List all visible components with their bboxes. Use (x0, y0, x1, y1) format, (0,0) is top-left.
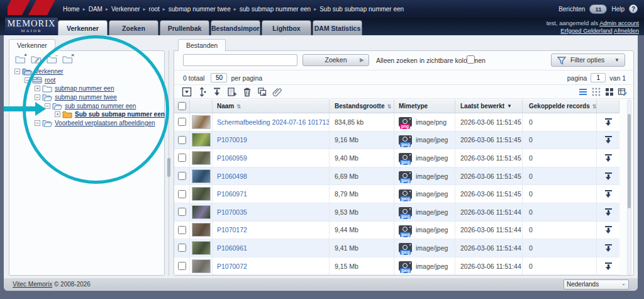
file-thumbnail[interactable] (192, 187, 211, 201)
download-icon[interactable] (605, 244, 612, 252)
column-header-bestandsgrootte[interactable]: Bestandsgrootte⇅ (330, 99, 394, 113)
new-folder-icon[interactable]: + (15, 54, 26, 64)
language-select[interactable]: Nederlands⌄ (564, 279, 629, 290)
file-thumbnail[interactable] (192, 205, 211, 219)
collapse-icon[interactable]: − (14, 69, 20, 74)
collapse-icon[interactable]: − (35, 120, 40, 126)
delete-files-icon[interactable] (242, 87, 253, 98)
berichten-link[interactable]: Berichten (558, 6, 585, 13)
row-select-checkbox[interactable] (178, 208, 186, 216)
file-name-link[interactable]: P1060961 (217, 244, 247, 252)
table-row[interactable]: P1060971 8,79 Mb jpeg image/jpeg 2026-03… (174, 185, 619, 203)
table-row[interactable]: P1070035 9,53 Mb jpeg image/jpeg 2026-03… (174, 203, 619, 222)
table-row[interactable]: P1070072 9,15 Mb jpeg image/jpeg 2026-03… (174, 257, 619, 276)
file-name-link[interactable]: P1070035 (217, 208, 247, 216)
help-link[interactable]: Help (611, 6, 625, 13)
tab-zoeken[interactable]: Zoeken (109, 20, 158, 35)
download-icon[interactable] (605, 262, 612, 270)
table-row[interactable]: P1070172 9,44 Mb jpeg image/jpeg 2026-03… (174, 222, 619, 240)
row-select-checkbox[interactable] (178, 154, 186, 162)
file-thumbnail[interactable] (192, 115, 211, 129)
tree-item-label[interactable]: Verkenner (35, 68, 64, 75)
download-icon[interactable] (605, 118, 612, 126)
column-header-gekoppelde-records[interactable]: Gekoppelde records⇅ (523, 99, 597, 113)
search-button[interactable]: Zoeken▶ (303, 54, 369, 66)
tree-item-label[interactable]: submap nummer twee (55, 94, 117, 101)
breadcrumb-item[interactable]: Home (63, 6, 80, 13)
collapse-icon[interactable]: − (35, 94, 40, 100)
file-name-link[interactable]: P1060971 (217, 190, 247, 198)
row-select-checkbox[interactable] (178, 244, 186, 252)
file-thumbnail[interactable] (192, 223, 211, 237)
download-icon[interactable] (605, 154, 612, 162)
tree-item-label[interactable]: Voorbeeld verplaatsen afbeeldingen (55, 120, 155, 127)
download-icon[interactable] (605, 136, 612, 144)
table-scrollbar-thumb[interactable] (628, 114, 631, 208)
download-icon[interactable] (605, 172, 612, 180)
collapse-icon[interactable]: − (25, 77, 30, 83)
grid-view-icon[interactable] (591, 87, 602, 98)
download-files-icon[interactable] (212, 87, 223, 98)
add-to-record-icon[interactable] (227, 87, 238, 98)
tree-item-sub-sub-submap-nummer-een[interactable]: +Sub sub submap nummer een (13, 110, 162, 119)
row-select-checkbox[interactable] (178, 136, 186, 144)
row-select-checkbox[interactable] (178, 118, 186, 126)
tree-item-label[interactable]: Sub sub submap nummer een (75, 111, 165, 118)
vendor-link[interactable]: Vitec Memorix (13, 281, 52, 288)
move-to-folder-icon[interactable] (257, 87, 268, 98)
sort-icon[interactable]: ⇅ (236, 103, 241, 110)
table-row[interactable]: P1060959 9,40 Mb jpeg image/jpeg 2026-03… (174, 149, 619, 167)
edit-folder-icon[interactable] (31, 54, 42, 64)
list-view-icon[interactable] (578, 87, 589, 98)
table-row[interactable]: Schermafbeelding 2024-07-16 101713 834,8… (174, 113, 619, 132)
delete-folder-icon[interactable]: × (62, 54, 74, 64)
row-select-checkbox[interactable] (178, 190, 186, 198)
row-select-checkbox[interactable] (178, 226, 186, 234)
select-all-checkbox[interactable] (178, 102, 186, 110)
file-name-link[interactable]: Schermafbeelding 2024-07-16 101713 (217, 118, 330, 126)
file-name-link[interactable]: P1060959 (217, 154, 247, 162)
sort-icon[interactable]: ▼ (507, 103, 512, 109)
thumbnail-view-icon[interactable] (604, 87, 615, 98)
tree-item-submap-nummer-twee[interactable]: −submap nummer twee (13, 93, 162, 102)
sort-icon[interactable]: ⇅ (592, 103, 597, 110)
file-thumbnail[interactable] (192, 241, 211, 255)
tab-lightbox[interactable]: Lightbox (262, 20, 311, 35)
expand-view-icon[interactable] (182, 87, 192, 98)
move-folder-icon[interactable]: → (47, 54, 58, 64)
search-input[interactable] (183, 54, 297, 66)
table-row[interactable]: P1060498 6,69 Mb jpeg image/jpeg 2026-03… (174, 167, 619, 186)
collapse-icon[interactable]: − (45, 103, 50, 109)
tree-item-label[interactable]: root (45, 77, 55, 84)
expand-icon[interactable]: + (55, 111, 60, 117)
breadcrumb-item[interactable]: root (149, 6, 160, 13)
breadcrumb-item[interactable]: Verkenner (111, 6, 140, 13)
column-header-naam[interactable]: Naam⇅ (213, 99, 330, 113)
file-name-link[interactable]: P1070172 (217, 226, 247, 234)
download-icon[interactable] (605, 190, 612, 198)
file-name-link[interactable]: P1070072 (217, 262, 247, 270)
file-thumbnail[interactable] (192, 133, 211, 147)
page-input[interactable] (591, 73, 606, 82)
panel-splitter[interactable] (167, 50, 171, 276)
search-scope-checkbox[interactable] (467, 55, 475, 64)
file-thumbnail[interactable] (192, 151, 211, 165)
file-thumbnail[interactable] (192, 259, 211, 273)
column-settings-icon[interactable] (618, 87, 628, 98)
table-row[interactable]: P1060961 9,41 Mb jpeg image/jpeg 2026-03… (174, 239, 619, 257)
tree-item-submap-nummer-een[interactable]: +submap nummer een (13, 84, 162, 93)
breadcrumb-item[interactable]: Sub sub submap nummer een (319, 6, 404, 13)
splitter-grip[interactable] (167, 158, 170, 177)
help-icon[interactable]: ? (629, 4, 638, 13)
breadcrumb-item[interactable]: submap nummer twee (169, 6, 231, 13)
breadcrumb-item[interactable]: sub submap nummer een (240, 6, 311, 13)
tree-item-label[interactable]: sub submap nummer een (65, 103, 136, 110)
tree-item-root[interactable]: −root (13, 76, 162, 85)
tab-prullenbak[interactable]: Prullenbak (160, 20, 209, 35)
tree-item-verkenner[interactable]: −Verkenner (13, 67, 162, 76)
tree-item-voorbeeld-verplaatsen-afbeeldingen[interactable]: −Voorbeeld verplaatsen afbeeldingen (13, 119, 162, 128)
per-page-input[interactable] (211, 73, 227, 82)
file-name-link[interactable]: P1070019 (217, 136, 247, 144)
file-thumbnail[interactable] (192, 169, 211, 183)
download-icon[interactable] (605, 208, 612, 216)
